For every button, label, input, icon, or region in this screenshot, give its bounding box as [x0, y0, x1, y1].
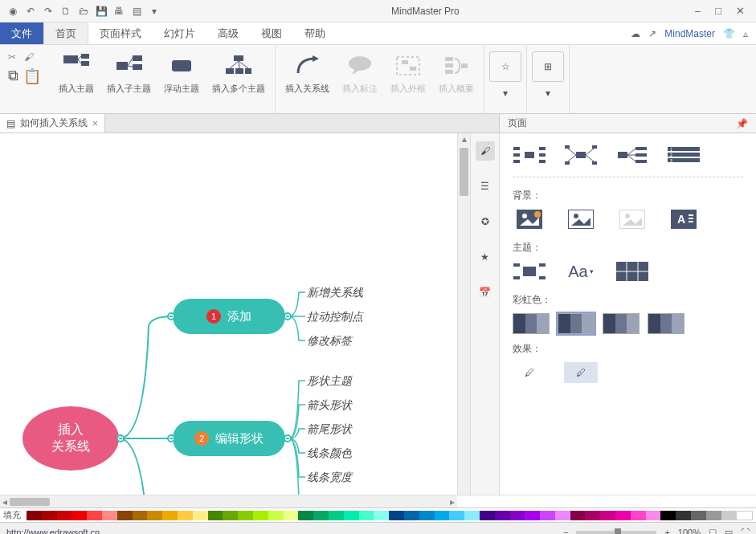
insert-subtopic-label: 插入子主题 — [107, 84, 151, 94]
badge-tab-icon[interactable]: ✪ — [476, 212, 495, 231]
leaf[interactable]: 箭头形状 — [307, 398, 352, 413]
zoom-slider[interactable] — [576, 531, 656, 534]
print-icon[interactable]: 🖶 — [112, 5, 125, 18]
new-icon[interactable]: 🗋 — [59, 5, 72, 18]
connector-icon[interactable] — [116, 434, 125, 442]
menu-advanced[interactable]: 高级 — [206, 22, 250, 44]
redo-icon[interactable]: ↷ — [42, 5, 55, 18]
brush-tab-icon[interactable]: 🖌 — [476, 141, 495, 161]
status-url[interactable]: http://www.edrawsoft.cn — [6, 528, 100, 535]
leaf[interactable]: 箭尾形状 — [307, 422, 352, 437]
layout-preset-4[interactable]: 123 — [667, 145, 701, 165]
zoom-in-icon[interactable]: + — [664, 528, 669, 535]
insert-multiple-button[interactable]: 插入多个主题 — [207, 48, 270, 97]
insert-subtopic-button[interactable]: 插入子主题 — [102, 48, 156, 97]
leaf[interactable]: 修改标签 — [307, 334, 352, 349]
rainbow-swatch-3[interactable] — [603, 313, 640, 334]
effect-pen-2[interactable]: 🖊 — [564, 362, 598, 383]
star-frame-button[interactable]: ☆ — [489, 51, 521, 82]
copy-icon[interactable]: ⧉ — [8, 67, 18, 85]
connector-icon[interactable] — [284, 312, 292, 320]
menu-home[interactable]: 首页 — [43, 22, 88, 44]
leaf[interactable]: 新增关系线 — [307, 286, 363, 300]
menu-page-style[interactable]: 页面样式 — [88, 22, 153, 44]
theme-color-option[interactable] — [615, 261, 649, 282]
zoom-out-icon[interactable]: − — [563, 528, 568, 535]
menu-file[interactable]: 文件 — [0, 22, 43, 44]
color-swatches[interactable] — [27, 511, 753, 520]
branch-2[interactable]: 2 编辑形状 — [173, 421, 285, 456]
collapse-ribbon-icon[interactable]: ▵ — [743, 28, 748, 39]
paste-icon[interactable]: 📋 — [23, 67, 41, 85]
central-topic[interactable]: 插入 关系线 — [22, 406, 119, 471]
save-icon[interactable]: 💾 — [95, 5, 108, 18]
minimize-button[interactable]: – — [695, 5, 701, 17]
menu-help[interactable]: 帮助 — [293, 22, 337, 44]
svg-rect-13 — [402, 60, 408, 64]
layout-button[interactable]: ⊞ — [532, 51, 564, 82]
layout-preset-3[interactable] — [615, 145, 649, 165]
star-tab-icon[interactable]: ★ — [476, 247, 495, 267]
insert-boundary-button[interactable]: 插入外框 — [386, 48, 431, 97]
close-tab-icon[interactable]: × — [92, 118, 98, 129]
list-tab-icon[interactable]: ☰ — [476, 177, 495, 196]
bg-option-2[interactable] — [564, 209, 598, 230]
bg-option-4[interactable]: A — [667, 209, 701, 230]
fit-width-icon[interactable]: ▭ — [725, 527, 733, 534]
theme-option-1[interactable] — [513, 261, 546, 282]
star-frame-dropdown[interactable]: ▾ — [489, 85, 521, 101]
horizontal-scrollbar[interactable]: ◂ ▸ — [0, 495, 457, 508]
branch-1[interactable]: 1 添加 — [173, 299, 285, 334]
user-name[interactable]: MindMaster — [664, 28, 715, 39]
shirt-icon[interactable]: 👕 — [723, 28, 735, 39]
insert-summary-button[interactable]: 插入概要 — [434, 48, 479, 97]
format-painter-icon[interactable]: 🖌 — [24, 51, 34, 63]
connector-icon[interactable] — [167, 434, 175, 442]
menu-view[interactable]: 视图 — [250, 22, 293, 44]
subtopic-icon — [115, 54, 144, 78]
insert-topic-button[interactable]: 插入主题 — [54, 48, 99, 97]
floating-topic-button[interactable]: 浮动主题 — [159, 48, 204, 97]
effect-pen-1[interactable]: 🖊 — [513, 362, 546, 383]
rainbow-swatch-4[interactable] — [648, 313, 684, 334]
fullscreen-icon[interactable]: ⛶ — [741, 528, 750, 535]
qat-dropdown-icon[interactable]: ▾ — [148, 5, 161, 18]
fit-page-icon[interactable]: ▢ — [709, 527, 717, 534]
menu-slideshow[interactable]: 幻灯片 — [153, 22, 206, 44]
pin-icon[interactable]: 📌 — [736, 118, 748, 129]
theme-font-option[interactable]: Aa▾ — [564, 261, 598, 282]
layout-preset-1[interactable] — [513, 145, 546, 165]
connector-icon[interactable] — [167, 312, 175, 320]
globe-icon[interactable]: ◉ — [6, 5, 19, 18]
calendar-tab-icon[interactable]: 📅 — [476, 283, 495, 302]
undo-icon[interactable]: ↶ — [24, 5, 37, 18]
rainbow-swatch-1[interactable] — [513, 313, 550, 334]
svg-rect-57 — [539, 276, 546, 279]
rainbow-swatch-2[interactable] — [558, 313, 595, 334]
insert-relation-button[interactable]: 插入关系线 — [280, 48, 334, 97]
layout-presets: 123 — [513, 145, 743, 165]
export-icon[interactable]: ▤ — [130, 5, 143, 18]
leaf[interactable]: 形状主题 — [307, 374, 352, 389]
cut-icon[interactable]: ✂ — [8, 51, 16, 63]
leaf[interactable]: 拉动控制点 — [307, 310, 363, 324]
connector-icon[interactable] — [284, 434, 292, 442]
vertical-scrollbar[interactable]: ▴ — [457, 133, 470, 495]
layout-dropdown[interactable]: ▾ — [532, 85, 564, 101]
leaf[interactable]: 线条宽度 — [307, 471, 352, 485]
callout-icon — [345, 54, 374, 78]
bg-option-1[interactable] — [513, 209, 546, 230]
leaf[interactable]: 线条颜色 — [307, 446, 352, 461]
svg-rect-8 — [226, 68, 234, 74]
canvas[interactable]: 插入 关系线 1 添加 新增关系线 拉动控制点 修改标签 2 编辑形状 形状主题… — [0, 133, 457, 495]
layout-preset-2[interactable] — [564, 145, 598, 165]
document-tab[interactable]: ▤ 如何插入关系线 × — [0, 114, 105, 132]
close-button[interactable]: ✕ — [736, 5, 745, 17]
bg-option-3[interactable] — [615, 209, 649, 230]
open-icon[interactable]: 🗁 — [77, 5, 90, 18]
cloud-icon[interactable]: ☁ — [631, 28, 640, 39]
theme-options: Aa▾ — [513, 261, 743, 282]
maximize-button[interactable]: □ — [715, 5, 721, 17]
insert-callout-button[interactable]: 插入标注 — [337, 48, 382, 97]
share-icon[interactable]: ↗ — [648, 28, 656, 39]
